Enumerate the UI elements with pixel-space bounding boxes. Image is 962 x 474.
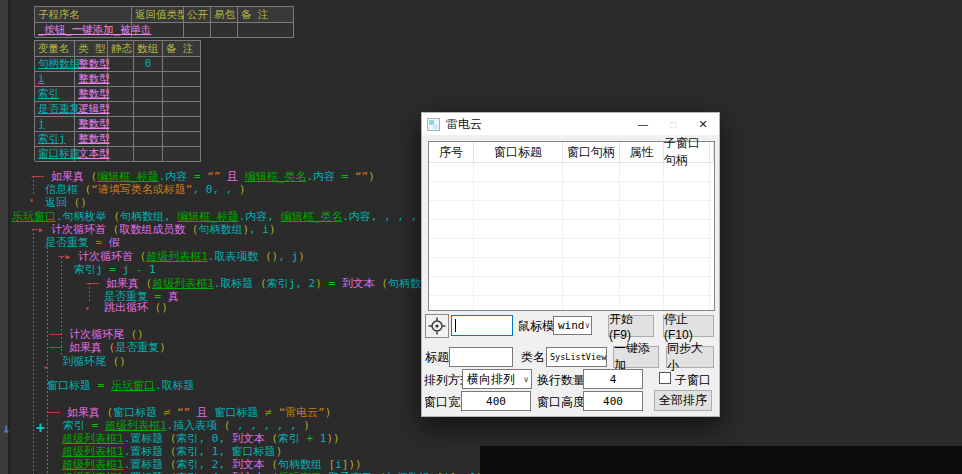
code-token-kw: 计次循环尾 xyxy=(69,328,124,341)
code-flow-guide xyxy=(33,176,34,196)
code-token-op: - xyxy=(129,263,149,276)
listview-column-3[interactable]: 窗口句柄 xyxy=(563,142,620,163)
code-token-obj: 超级列表框1 xyxy=(62,445,124,458)
code-line[interactable]: 超级列表框1.置标题 (索引, 0, 到文本 (索引 + 1)) xyxy=(62,432,340,445)
code-token-par: ( xyxy=(265,458,278,471)
code-token-id: .句柄枚举 xyxy=(56,210,107,223)
code-token-id: 信息框 xyxy=(45,183,78,196)
code-line[interactable]: 是否重复 = 假 xyxy=(45,236,120,249)
code-line[interactable]: 窗口标题 = 乐玩窗口.取标题 xyxy=(47,379,195,392)
code-token-par: )) xyxy=(326,432,339,445)
start-button[interactable]: 开始(F9) xyxy=(608,315,654,337)
add-button[interactable]: 一键添加 xyxy=(613,346,659,368)
window-height-input[interactable]: 400 xyxy=(583,391,643,411)
code-token-kw: 真 xyxy=(168,290,179,303)
code-token-str: “请填写类名或标题” xyxy=(91,183,192,196)
class-input[interactable]: SysListView32 xyxy=(546,347,607,367)
desktop-background xyxy=(480,446,962,474)
code-token-id: 返回 xyxy=(45,196,67,209)
code-line[interactable]: 跳出循环 () xyxy=(104,301,168,314)
window-listview[interactable]: 序号窗口标题窗口句柄属性子窗口句柄 xyxy=(428,141,715,311)
minimize-button[interactable]: — xyxy=(633,113,653,135)
code-token-kw: 且 xyxy=(221,170,245,183)
title-input[interactable] xyxy=(449,347,513,367)
code-token-num: 1 xyxy=(149,263,156,276)
listview-column-2[interactable]: 窗口标题 xyxy=(474,142,563,163)
code-token-obj: 编辑框_类名 xyxy=(245,170,307,183)
window-finder-button[interactable] xyxy=(425,314,449,338)
close-button[interactable]: ✕ xyxy=(693,113,713,135)
screen: { "colors":{ "ide_bg":"#2b2b2b","dialog_… xyxy=(0,0,962,474)
code-token-par: ( xyxy=(84,170,97,183)
code-token-id: , , xyxy=(212,183,239,196)
code-token-par: ( xyxy=(185,223,198,236)
code-token-op: = xyxy=(85,419,105,432)
code-line[interactable]: ╌▸ 计次循环首 (超级列表框1.取表项数 (), j) xyxy=(58,250,305,263)
code-line[interactable]: ╌╌ 计次循环尾 () xyxy=(49,328,144,341)
code-token-kw: 到文本 xyxy=(232,458,265,471)
code-line[interactable]: 信息框 (“请填写类名或标题”, 0, , ) xyxy=(45,183,246,196)
sort-all-button[interactable]: 全部排序 xyxy=(654,390,712,411)
code-line[interactable]: 索引j = j - 1 xyxy=(74,263,156,276)
window-width-input[interactable]: 400 xyxy=(461,391,531,411)
code-token-id: 窗口标题 xyxy=(215,406,259,419)
code-token-id: , i xyxy=(249,223,269,236)
crosshair-icon xyxy=(428,317,446,335)
code-token-par: ( xyxy=(217,419,230,432)
sync-size-button[interactable]: 同步大小 xyxy=(666,346,714,368)
code-token-par: ) xyxy=(276,445,283,458)
leidian-cloud-window: 雷电云 — □ ✕ 序号窗口标题窗口句柄属性子窗口句柄 鼠标模式 wind ∨ … xyxy=(421,112,720,417)
code-token-par: ( xyxy=(133,250,146,263)
maximize-button[interactable]: □ xyxy=(663,113,683,135)
stop-button[interactable]: 停止(F10) xyxy=(663,315,714,337)
code-token-par: ( xyxy=(102,341,115,354)
listview-column-1[interactable]: 序号 xyxy=(429,142,474,163)
code-line[interactable]: 到循环尾 () xyxy=(62,355,126,368)
code-line[interactable]: 索引 = 超级列表框1.插入表项 ( , , , , , ) xyxy=(63,419,310,432)
code-token-obj: 超级列表框1 xyxy=(105,419,167,432)
code-line[interactable]: ╌╌ 如果真 (编辑框_标题.内容 = “” 且 编辑框_类名.内容 = “”) xyxy=(31,170,375,183)
code-token-id: 索引, xyxy=(177,458,212,471)
code-token-id: .插入表项 xyxy=(167,419,218,432)
code-token-obj: 超级列表框1 xyxy=(62,458,124,471)
wrap-count-input[interactable]: 4 xyxy=(583,369,643,389)
code-line[interactable]: 超级列表框1.置标题 (索引, 1, 窗口标题) xyxy=(62,445,282,458)
search-input[interactable] xyxy=(451,315,513,336)
code-token-kw: 如果真 xyxy=(51,170,84,183)
code-token-id: , 窗口标题 xyxy=(218,445,275,458)
listview-column-4[interactable]: 属性 xyxy=(620,142,664,163)
arrange-mode-combo[interactable]: 横向排列 ∨ xyxy=(462,369,532,389)
wrap-count-label: 换行数量: xyxy=(537,370,588,390)
code-token-obj: 乐玩窗口 xyxy=(12,210,56,223)
code-token-id: 是否重复 xyxy=(45,236,89,249)
child-window-checkbox[interactable] xyxy=(659,372,671,384)
code-token-id: 索引, xyxy=(177,445,212,458)
titlebar[interactable]: 雷电云 — □ ✕ xyxy=(422,113,719,135)
code-token-kw: 计次循环首 xyxy=(78,250,133,263)
listview-body[interactable] xyxy=(429,163,714,310)
listview-grid-line xyxy=(562,163,563,310)
code-line[interactable]: ╌▸ 计次循环首 (取数组成员数 (句柄数组), i) xyxy=(31,223,276,236)
listview-header: 序号窗口标题窗口句柄属性子窗口句柄 xyxy=(429,142,714,163)
code-token-par: () xyxy=(148,301,168,314)
code-line[interactable]: 乐玩窗口.句柄枚举 (句柄数组, 编辑框_标题.内容, 编辑框_类名.内容, ,… xyxy=(12,210,455,223)
mouse-mode-combo[interactable]: wind ∨ xyxy=(553,316,592,335)
code-token-par: ( xyxy=(78,183,91,196)
code-token-par: ) xyxy=(239,183,246,196)
code-line[interactable]: 超级列表框1.置标题 (索引, 2, 到文本 (句柄数组 [i])) xyxy=(62,458,362,471)
code-line[interactable]: 返回 () xyxy=(45,196,87,209)
code-line[interactable]: ╌╌ 如果真 (是否重复) xyxy=(49,341,166,354)
child-window-label: 子窗口 xyxy=(675,370,711,390)
code-token-id: 索引 xyxy=(63,419,85,432)
code-token-id: .置标题 xyxy=(124,458,164,471)
code-token-par: ) xyxy=(368,170,375,183)
code-token-par: ( xyxy=(100,406,113,419)
listview-column-5[interactable]: 子窗口句柄 xyxy=(664,142,710,163)
code-line[interactable]: ╌╌ 如果真 (窗口标题 ≠ “” 且 窗口标题 ≠ “雷电云”) xyxy=(47,406,331,419)
code-token-obj: 编辑框_类名 xyxy=(281,210,343,223)
code-flow-guide xyxy=(33,229,34,474)
code-token-id: 句柄数组, xyxy=(120,210,177,223)
code-line[interactable]: ╌╌ 如果真 (超级列表框1.取标题 (索引j, 2) = 到文本 (句柄数组 … xyxy=(86,277,472,290)
code-token-id: 句柄数组 xyxy=(278,458,329,471)
code-token-id: .置标题 xyxy=(124,445,164,458)
